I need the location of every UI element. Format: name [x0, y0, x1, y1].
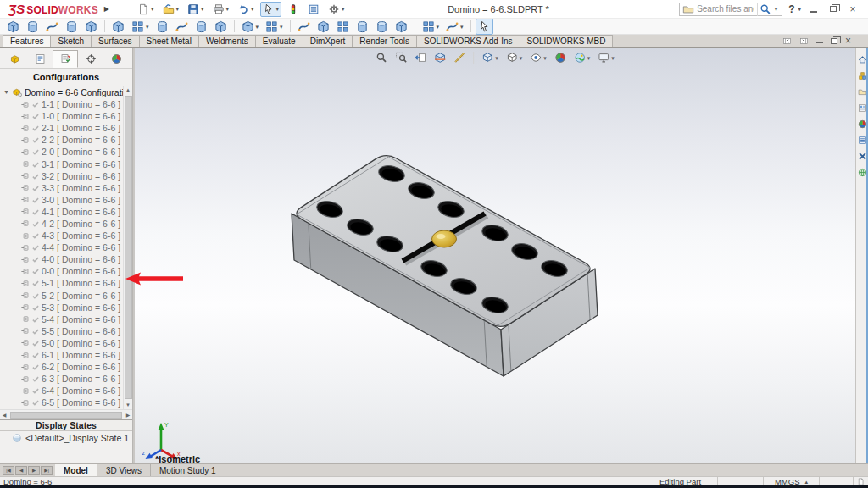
tab-sheet-metal[interactable]: Sheet Metal — [139, 35, 199, 47]
config-item-6-1[interactable]: 6-1 [ Domino = 6-6 ] — [20, 349, 121, 361]
scroll-right-icon[interactable]: ▶ — [124, 411, 132, 419]
status-units[interactable]: MMGS▴ — [763, 477, 819, 485]
display-state-item[interactable]: <Default>_Display State 1 — [0, 431, 132, 445]
manager-tab-featuremanager[interactable] — [2, 50, 27, 68]
tab-nav-button-3[interactable]: ▶| — [41, 466, 53, 475]
print-button[interactable]: ▾ — [210, 2, 232, 17]
tab-features[interactable]: Features — [3, 35, 51, 47]
new-document-button[interactable]: ▾ — [135, 2, 157, 17]
domino-model[interactable] — [135, 48, 855, 463]
tab-solidworks-add-ins[interactable]: SOLIDWORKS Add-Ins — [416, 35, 520, 47]
swept-cut-button[interactable] — [173, 19, 191, 35]
config-item-3-1[interactable]: 3-1 [ Domino = 6-6 ] — [20, 158, 121, 169]
taskpane-design-library-icon[interactable] — [858, 71, 867, 80]
shell-button[interactable] — [314, 19, 332, 35]
tab-sketch[interactable]: Sketch — [50, 35, 92, 47]
config-item-6-2[interactable]: 6-2 [ Domino = 6-6 ] — [20, 361, 121, 373]
config-item-4-2[interactable]: 4-2 [ Domino = 6-6 ] — [20, 218, 121, 230]
doc-tab-3d-views[interactable]: 3D Views — [97, 464, 151, 476]
close-button[interactable]: × — [846, 3, 860, 15]
config-item-2-2[interactable]: 2-2 [ Domino = 6-6 ] — [20, 134, 121, 146]
scroll-up-icon[interactable]: ▲ — [124, 86, 132, 94]
config-item-2-1[interactable]: 2-1 [ Domino = 6-6 ] — [20, 122, 121, 134]
tab-solidworks-mbd[interactable]: SOLIDWORKS MBD — [520, 35, 614, 47]
doc-tab-model[interactable]: Model — [55, 464, 97, 476]
scroll-down-icon[interactable]: ▼ — [124, 401, 132, 409]
taskpane-file-explorer-icon[interactable] — [858, 87, 867, 97]
taskpane-appearances-scenes-icon[interactable] — [858, 119, 867, 129]
config-item-5-1[interactable]: 5-1 [ Domino = 6-6 ] — [20, 277, 121, 289]
taskpane-view-palette-icon[interactable] — [858, 103, 867, 113]
reference-geometry-button[interactable]: ▾ — [420, 19, 442, 35]
domino-spinner[interactable] — [432, 230, 457, 247]
horizontal-scrollbar[interactable]: ◀ ▶ — [0, 409, 132, 419]
curves-button[interactable]: ▾ — [443, 19, 466, 35]
config-item-5-3[interactable]: 5-3 [ Domino = 6-6 ] — [20, 302, 121, 313]
swept-boss-button[interactable] — [43, 19, 61, 35]
file-properties-button[interactable] — [305, 2, 322, 17]
config-item-0-0[interactable]: 0-0 [ Domino = 6-6 ] — [20, 265, 121, 277]
scroll-left-icon[interactable]: ◀ — [0, 411, 8, 419]
manager-tab-propertymanager[interactable] — [27, 50, 53, 68]
linear-pattern-button[interactable]: ▾ — [263, 19, 286, 35]
mirror-button[interactable] — [392, 19, 410, 35]
hscrollbar-thumb[interactable] — [10, 412, 122, 419]
tab-weldments[interactable]: Weldments — [198, 35, 256, 47]
restore-button[interactable] — [826, 3, 840, 15]
save-button[interactable]: ▾ — [185, 2, 207, 17]
open-document-button[interactable]: ▾ — [160, 2, 182, 17]
tab-dimxpert[interactable]: DimXpert — [303, 35, 353, 47]
doc-minimize-icon[interactable] — [816, 42, 823, 43]
config-item-4-1[interactable]: 4-1 [ Domino = 6-6 ] — [20, 206, 121, 218]
taskpane-solidworks-resources-icon[interactable] — [858, 55, 867, 64]
next-window-icon[interactable] — [799, 36, 809, 46]
doc-close-icon[interactable]: × — [845, 36, 851, 46]
config-item-5-5[interactable]: 5-5 [ Domino = 6-6 ] — [20, 325, 121, 337]
taskpane-solidworks-forum-icon[interactable] — [858, 152, 867, 161]
taskpane-solidworks-community-icon[interactable] — [858, 168, 867, 177]
config-item-3-3[interactable]: 3-3 [ Domino = 6-6 ] — [20, 182, 121, 194]
config-item-5-2[interactable]: 5-2 [ Domino = 6-6 ] — [20, 290, 121, 302]
revolved-cut-button[interactable] — [153, 19, 171, 35]
lofted-cut-button[interactable] — [192, 19, 210, 35]
dome-button[interactable] — [373, 19, 391, 35]
scrollbar-thumb[interactable] — [125, 96, 132, 399]
help-button[interactable]: ?▾ — [788, 3, 801, 15]
config-item-6-5[interactable]: 6-5 [ Domino = 6-6 ] — [20, 396, 121, 408]
config-item-4-4[interactable]: 4-4 [ Domino = 6-6 ] — [20, 241, 121, 253]
select-button[interactable]: ▾ — [260, 2, 282, 17]
vertical-scrollbar[interactable]: ▲ ▼ — [123, 86, 132, 409]
minimize-button[interactable] — [807, 3, 821, 15]
options-button[interactable]: ▾ — [326, 2, 348, 17]
expander-icon[interactable]: ▼ — [3, 89, 9, 95]
fillet-button[interactable]: ▾ — [239, 19, 262, 35]
boundary-boss-button[interactable] — [82, 19, 100, 35]
extruded-boss-button[interactable] — [4, 19, 22, 35]
graphics-viewport[interactable]: ▾▾▾▾▾ — [135, 48, 855, 463]
config-item-3-0[interactable]: 3-0 [ Domino = 6-6 ] — [20, 194, 121, 206]
boundary-cut-button[interactable] — [212, 19, 230, 35]
undo-button[interactable]: ▾ — [235, 2, 257, 17]
taskpane-custom-properties-icon[interactable] — [858, 136, 867, 145]
search-button[interactable]: ▾ — [757, 3, 780, 16]
tab-surfaces[interactable]: Surfaces — [91, 35, 139, 47]
previous-window-icon[interactable] — [782, 36, 792, 46]
config-root-node[interactable]: ▼ Domino = 6-6 Configuration(s) (D — [0, 86, 132, 98]
tab-nav-button-0[interactable]: |◀ — [3, 466, 14, 475]
config-item-6-4[interactable]: 6-4 [ Domino = 6-6 ] — [20, 385, 121, 396]
manager-tab-displaymanager[interactable] — [103, 50, 129, 68]
rebuild-button[interactable] — [285, 2, 302, 17]
doc-restore-icon[interactable] — [831, 38, 837, 44]
tab-nav-button-2[interactable]: ▶ — [28, 466, 40, 475]
config-item-3-2[interactable]: 3-2 [ Domino = 6-6 ] — [20, 170, 121, 182]
config-item-5-4[interactable]: 5-4 [ Domino = 6-6 ] — [20, 313, 121, 325]
config-item-1-0[interactable]: 1-0 [ Domino = 6-6 ] — [20, 110, 121, 122]
menu-flyout-arrow[interactable]: ▶ — [104, 5, 109, 13]
config-item-4-0[interactable]: 4-0 [ Domino = 6-6 ] — [20, 253, 121, 265]
revolved-boss-button[interactable] — [24, 19, 42, 35]
config-item-2-0[interactable]: 2-0 [ Domino = 6-6 ] — [20, 146, 121, 158]
rib-button[interactable] — [334, 19, 352, 35]
tab-evaluate[interactable]: Evaluate — [255, 35, 303, 47]
search-dropdown-caret[interactable]: ▾ — [775, 6, 778, 12]
manager-tab-dimxpertmanager[interactable] — [78, 50, 103, 68]
